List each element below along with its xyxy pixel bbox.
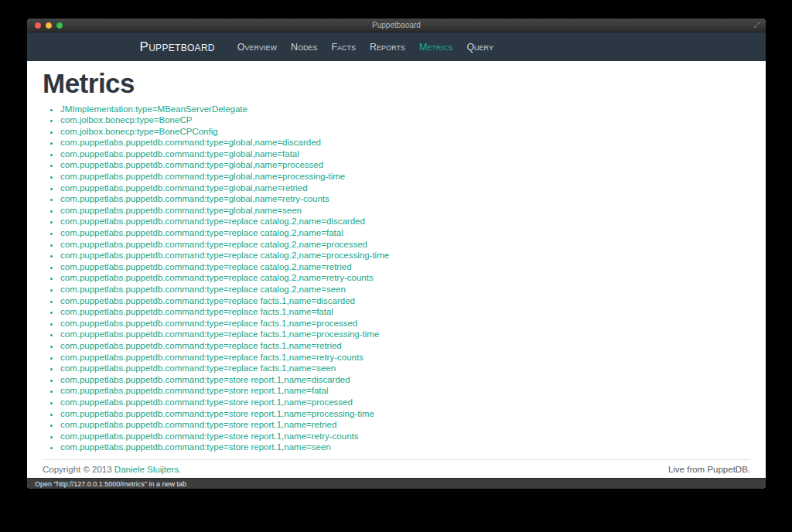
metric-link[interactable]: com.puppetlabs.puppetdb.command:type=sto… [60, 397, 353, 407]
metric-link[interactable]: com.puppetlabs.puppetdb.command:type=sto… [60, 375, 350, 384]
nav-link[interactable]: Metrics [412, 42, 459, 53]
copyright-prefix: Copyright © 2013 [43, 465, 114, 474]
metric-link[interactable]: com.puppetlabs.puppetdb.command:type=sto… [60, 442, 331, 452]
live-from-puppetdb-text: Live from PuppetDB. [668, 465, 750, 474]
metric-list-item: com.puppetlabs.puppetdb.command:type=rep… [60, 329, 750, 340]
metric-link[interactable]: com.puppetlabs.puppetdb.command:type=glo… [60, 172, 345, 181]
browser-window: Puppetbaoard ⤢ Puppetboard OverviewNodes… [27, 19, 766, 489]
metric-link[interactable]: com.jolbox.bonecp:type=BoneCPConfig [60, 127, 218, 136]
page-title: Metrics [43, 69, 750, 99]
metric-list-item: com.puppetlabs.puppetdb.command:type=sto… [60, 408, 750, 420]
metric-link[interactable]: com.jolbox.bonecp:type=BoneCP [60, 115, 192, 124]
metric-link[interactable]: com.puppetlabs.puppetdb.command:type=sto… [60, 386, 329, 395]
metric-link[interactable]: com.puppetlabs.puppetdb.command:type=rep… [60, 363, 336, 373]
metric-list-item: com.jolbox.bonecp:type=BoneCP [60, 114, 750, 126]
metric-link[interactable]: com.puppetlabs.puppetdb.command:type=sto… [60, 420, 336, 429]
window-titlebar[interactable]: Puppetbaoard ⤢ [27, 19, 766, 32]
metric-list-item: com.jolbox.bonecp:type=BoneCPConfig [60, 126, 750, 138]
metric-list-item: com.puppetlabs.puppetdb.command:type=sto… [60, 374, 750, 386]
metric-link[interactable]: com.puppetlabs.puppetdb.command:type=rep… [60, 285, 346, 294]
status-bar-text: Open "http://127.0.0.1:5000/metrics" in … [35, 480, 186, 488]
footer-divider [43, 459, 750, 460]
navbar-menu: OverviewNodesFactsReportsMetricsQuery [230, 32, 500, 61]
author-link[interactable]: Daniele Sluijters [114, 465, 179, 474]
metric-list-item: com.puppetlabs.puppetdb.command:type=rep… [60, 216, 750, 227]
zoom-button[interactable] [56, 22, 63, 29]
nav-item-facts[interactable]: Facts [324, 32, 363, 61]
metric-list-item: com.puppetlabs.puppetdb.command:type=rep… [60, 261, 750, 273]
metric-link[interactable]: com.puppetlabs.puppetdb.command:type=rep… [60, 319, 357, 328]
nav-link[interactable]: Reports [363, 42, 412, 53]
resize-icon[interactable]: ⤢ [754, 19, 760, 32]
metric-link[interactable]: com.puppetlabs.puppetdb.command:type=glo… [60, 194, 329, 203]
metric-link[interactable]: com.puppetlabs.puppetdb.command:type=rep… [60, 228, 343, 237]
metric-list-item: com.puppetlabs.puppetdb.command:type=sto… [60, 397, 750, 408]
nav-item-overview[interactable]: Overview [230, 32, 284, 61]
metric-link[interactable]: com.puppetlabs.puppetdb.command:type=rep… [60, 341, 342, 350]
minimize-button[interactable] [46, 22, 52, 29]
metric-list-item: com.puppetlabs.puppetdb.command:type=glo… [60, 148, 750, 160]
metric-link[interactable]: com.puppetlabs.puppetdb.command:type=sto… [60, 431, 358, 441]
metric-list-item: com.puppetlabs.puppetdb.command:type=glo… [60, 182, 750, 194]
page-footer: Copyright © 2013 Daniele Sluijters. Live… [43, 465, 750, 474]
metric-link[interactable]: com.puppetlabs.puppetdb.command:type=rep… [60, 262, 352, 271]
nav-item-reports[interactable]: Reports [363, 32, 412, 61]
metric-link[interactable]: com.puppetlabs.puppetdb.command:type=rep… [60, 273, 374, 282]
nav-item-nodes[interactable]: Nodes [284, 32, 325, 61]
metric-link[interactable]: com.puppetlabs.puppetdb.command:type=rep… [60, 217, 365, 226]
metric-list-item: com.puppetlabs.puppetdb.command:type=glo… [60, 193, 750, 205]
metric-list-item: com.puppetlabs.puppetdb.command:type=rep… [60, 272, 750, 284]
metric-link[interactable]: com.puppetlabs.puppetdb.command:type=sto… [60, 409, 374, 418]
metric-link[interactable]: com.puppetlabs.puppetdb.command:type=rep… [60, 307, 333, 316]
metric-list-item: com.puppetlabs.puppetdb.command:type=rep… [60, 284, 750, 295]
metric-list-item: com.puppetlabs.puppetdb.command:type=sto… [60, 419, 750, 431]
metric-link[interactable]: com.puppetlabs.puppetdb.command:type=rep… [60, 329, 379, 339]
window-title: Puppetbaoard [372, 19, 421, 32]
metric-list-item: com.puppetlabs.puppetdb.command:type=sto… [60, 385, 750, 397]
metric-list-item: com.puppetlabs.puppetdb.command:type=glo… [60, 137, 750, 148]
metric-link[interactable]: com.puppetlabs.puppetdb.command:type=rep… [60, 296, 355, 305]
metric-list-item: com.puppetlabs.puppetdb.command:type=rep… [60, 250, 750, 261]
metric-list-item: com.puppetlabs.puppetdb.command:type=rep… [60, 363, 750, 374]
browser-status-bar: Open "http://127.0.0.1:5000/metrics" in … [27, 478, 766, 489]
metric-list-item: com.puppetlabs.puppetdb.command:type=rep… [60, 306, 750, 318]
metric-link[interactable]: com.puppetlabs.puppetdb.command:type=rep… [60, 353, 364, 362]
nav-link[interactable]: Overview [230, 42, 284, 53]
metric-link[interactable]: JMImplementation:type=MBeanServerDelegat… [60, 104, 248, 114]
metric-link[interactable]: com.puppetlabs.puppetdb.command:type=rep… [60, 251, 389, 260]
page-content: Metrics JMImplementation:type=MBeanServe… [27, 61, 766, 478]
metric-list-item: com.puppetlabs.puppetdb.command:type=glo… [60, 171, 750, 182]
nav-link[interactable]: Query [459, 42, 500, 53]
copyright-text: Copyright © 2013 Daniele Sluijters. [43, 465, 181, 474]
metric-link[interactable]: com.puppetlabs.puppetdb.command:type=glo… [60, 138, 321, 147]
nav-link[interactable]: Nodes [284, 42, 325, 53]
traffic-lights [35, 19, 63, 32]
close-button[interactable] [35, 22, 41, 29]
metric-list-item: com.puppetlabs.puppetdb.command:type=sto… [60, 431, 750, 442]
navbar-container: Puppetboard OverviewNodesFactsReportsMet… [117, 32, 677, 61]
copyright-suffix: . [179, 465, 181, 474]
nav-item-metrics[interactable]: Metrics [412, 32, 459, 61]
metric-link[interactable]: com.puppetlabs.puppetdb.command:type=glo… [60, 206, 302, 215]
metric-list-item: com.puppetlabs.puppetdb.command:type=rep… [60, 340, 750, 352]
app-navbar: Puppetboard OverviewNodesFactsReportsMet… [27, 32, 766, 61]
metric-link[interactable]: com.puppetlabs.puppetdb.command:type=rep… [60, 240, 367, 249]
metric-list-item: com.puppetlabs.puppetdb.command:type=rep… [60, 227, 750, 239]
metric-list-item: com.puppetlabs.puppetdb.command:type=glo… [60, 205, 750, 217]
metric-link[interactable]: com.puppetlabs.puppetdb.command:type=glo… [60, 183, 308, 193]
metric-link[interactable]: com.puppetlabs.puppetdb.command:type=glo… [60, 160, 323, 169]
metric-list-item: com.puppetlabs.puppetdb.command:type=rep… [60, 295, 750, 307]
metric-list-item: com.puppetlabs.puppetdb.command:type=rep… [60, 318, 750, 329]
brand-link[interactable]: Puppetboard [140, 39, 215, 55]
metric-list-item: com.puppetlabs.puppetdb.command:type=glo… [60, 159, 750, 171]
metric-list-item: com.puppetlabs.puppetdb.command:type=sto… [60, 442, 750, 453]
metric-list-item: com.puppetlabs.puppetdb.command:type=rep… [60, 352, 750, 363]
nav-link[interactable]: Facts [324, 42, 363, 53]
metric-link[interactable]: com.puppetlabs.puppetdb.command:type=glo… [60, 149, 299, 159]
metric-list-item: JMImplementation:type=MBeanServerDelegat… [60, 104, 750, 115]
metrics-list: JMImplementation:type=MBeanServerDelegat… [43, 104, 750, 453]
metric-list-item: com.puppetlabs.puppetdb.command:type=rep… [60, 239, 750, 251]
nav-item-query[interactable]: Query [459, 32, 500, 61]
